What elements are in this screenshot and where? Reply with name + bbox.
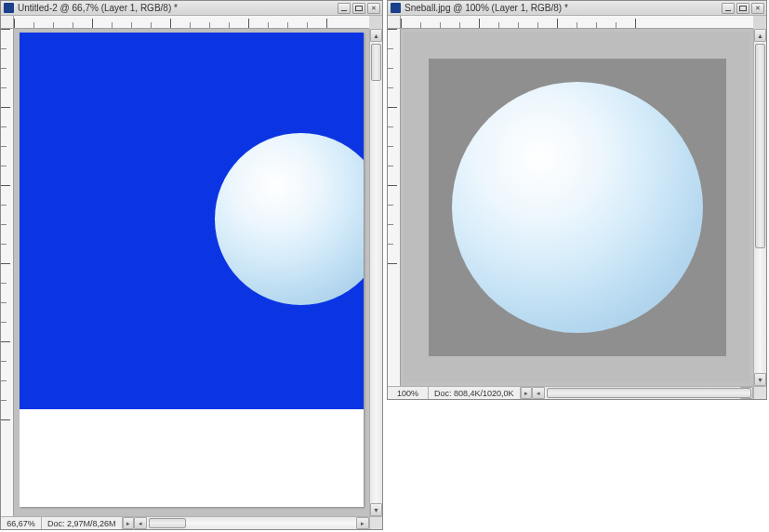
horizontal-ruler[interactable]: 0 5 10 15 xyxy=(401,16,753,29)
ruler-origin[interactable] xyxy=(388,16,401,29)
titlebar[interactable]: Untitled-2 @ 66,7% (Layer 1, RGB/8) * xyxy=(1,1,382,16)
resize-grip[interactable] xyxy=(753,386,766,399)
vertical-scrollbar[interactable]: ▲ ▼ xyxy=(369,29,382,516)
zoom-level[interactable]: 66,67% xyxy=(1,517,42,529)
maximize-button[interactable] xyxy=(352,3,365,14)
document-area: 0 5 10 15 ▲ ▼ xyxy=(388,16,766,399)
canvas[interactable] xyxy=(20,33,364,507)
document-area: 0 5 10 15 20 ▲ xyxy=(1,16,382,529)
canvas-viewport[interactable] xyxy=(14,29,369,516)
window-title: Sneball.jpg @ 100% (Layer 1, RGB/8) * xyxy=(404,3,722,13)
scroll-track[interactable] xyxy=(370,42,382,503)
scroll-down-arrow-icon[interactable]: ▼ xyxy=(754,373,766,386)
scroll-thumb[interactable] xyxy=(149,518,186,528)
window-controls xyxy=(338,3,380,14)
sphere-layer xyxy=(452,82,703,333)
scroll-track[interactable] xyxy=(754,42,766,373)
scroll-track[interactable] xyxy=(545,387,740,399)
canvas[interactable] xyxy=(429,59,726,356)
scroll-up-arrow-icon[interactable]: ▲ xyxy=(370,29,382,42)
scroll-right-arrow-icon[interactable]: ▸ xyxy=(356,517,369,529)
document-window-1: Untitled-2 @ 66,7% (Layer 1, RGB/8) * 0 … xyxy=(0,0,383,530)
minimize-button[interactable] xyxy=(338,3,351,14)
scroll-left-arrow-icon[interactable]: ◂ xyxy=(532,387,545,399)
document-window-2: Sneball.jpg @ 100% (Layer 1, RGB/8) * 0 … xyxy=(387,0,767,400)
app-icon xyxy=(4,3,14,13)
vertical-ruler[interactable] xyxy=(1,29,14,516)
status-bar: 100% Doc: 808,4K/1020,0K ▸ ◂ ▸ xyxy=(388,386,753,399)
scroll-left-arrow-icon[interactable]: ◂ xyxy=(134,517,147,529)
status-bar: 66,67% Doc: 2,97M/8,26M ▸ ◂ ▸ xyxy=(1,516,369,529)
ruler-origin[interactable] xyxy=(1,16,14,29)
minimize-button[interactable] xyxy=(722,3,735,14)
resize-grip[interactable] xyxy=(369,516,382,529)
window-controls xyxy=(722,3,764,14)
scroll-down-arrow-icon[interactable]: ▼ xyxy=(370,503,382,516)
document-size-label[interactable]: Doc: 808,4K/1020,0K xyxy=(429,387,521,399)
vertical-ruler[interactable] xyxy=(388,29,401,386)
titlebar[interactable]: Sneball.jpg @ 100% (Layer 1, RGB/8) * xyxy=(388,1,766,16)
scroll-track[interactable] xyxy=(147,517,356,529)
close-button[interactable] xyxy=(751,3,764,14)
close-button[interactable] xyxy=(367,3,380,14)
zoom-level[interactable]: 100% xyxy=(388,387,429,399)
canvas-viewport[interactable] xyxy=(401,29,753,386)
statusbar-menu-icon[interactable]: ▸ xyxy=(521,387,532,399)
window-title: Untitled-2 @ 66,7% (Layer 1, RGB/8) * xyxy=(18,3,338,13)
vertical-scrollbar[interactable]: ▲ ▼ xyxy=(753,29,766,386)
maximize-button[interactable] xyxy=(736,3,749,14)
scroll-up-arrow-icon[interactable]: ▲ xyxy=(754,29,766,42)
scroll-thumb[interactable] xyxy=(371,44,381,81)
scroll-thumb[interactable] xyxy=(755,44,765,248)
document-size-label[interactable]: Doc: 2,97M/8,26M xyxy=(42,517,123,529)
pasteboard xyxy=(404,33,749,382)
app-icon xyxy=(391,3,401,13)
statusbar-menu-icon[interactable]: ▸ xyxy=(123,517,134,529)
horizontal-ruler[interactable]: 0 5 10 15 20 xyxy=(14,16,369,29)
scroll-thumb[interactable] xyxy=(547,388,751,398)
